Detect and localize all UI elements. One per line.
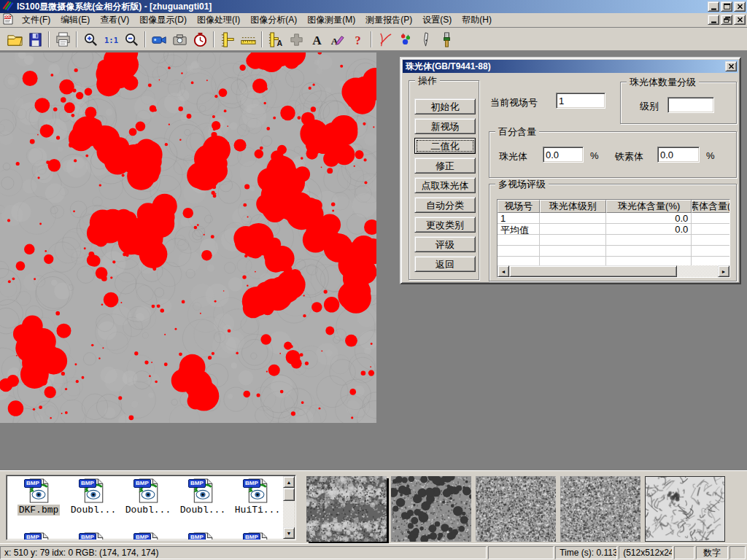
file-name[interactable]: HuiTi... [233,505,282,516]
brush-button[interactable] [437,30,456,49]
bmp-file-icon: BMP [246,532,269,540]
pearlite-percent-input[interactable] [543,147,584,163]
menu-view[interactable]: 查看(V) [95,12,134,28]
correct-button[interactable]: 修正 [414,158,476,174]
mdi-close-button[interactable] [734,15,746,25]
maximize-button[interactable] [721,1,732,12]
thumbnail-4[interactable] [560,476,640,542]
table-row[interactable]: 1 0.0 [498,213,729,224]
bmp-file-icon: BMP [191,532,214,540]
open-folder-button[interactable] [5,30,24,49]
annotate-button[interactable]: A [328,30,347,49]
table-row[interactable]: 平均值 0.0 [498,224,729,235]
menu-report[interactable]: 测量报告(P) [360,12,417,28]
pen-button[interactable] [417,30,436,49]
file-item[interactable]: BMP [12,532,65,540]
zoom-in-button[interactable] [81,30,100,49]
binarize-button[interactable]: 二值化 [414,138,476,154]
ruler-button[interactable] [239,30,258,49]
menubar: DOC 文件(F) 编辑(E) 查看(V) 图像显示(D) 图像处理(I) 图像… [0,13,747,28]
file-item[interactable]: BMP Doubl... [122,478,174,516]
file-list-scrollbar[interactable]: ▲ ▼ [283,476,295,539]
zoom-out-icon [123,31,140,48]
workspace: 珠光体(GB/T9441-88) 操作 初始化 新视场 二值化 修正 点取珠光体… [0,51,747,470]
file-item[interactable]: BMP [122,532,174,540]
file-item[interactable]: BMP [177,532,229,540]
file-item[interactable]: BMP DKF.bmp [12,478,65,516]
merge-button[interactable] [287,30,306,49]
pearlite-dialog: 珠光体(GB/T9441-88) 操作 初始化 新视场 二值化 修正 点取珠光体… [400,57,741,284]
menu-image-analysis[interactable]: 图像分析(A) [245,12,302,28]
change-class-button[interactable]: 更改类别 [414,217,476,233]
menu-image-display[interactable]: 图像显示(D) [134,12,192,28]
bmp-badge: BMP [79,479,96,488]
save-button[interactable] [26,30,44,49]
close-button[interactable] [734,1,746,12]
file-item[interactable]: BMP Doubl... [177,478,229,516]
zoom-out-button[interactable] [122,30,141,49]
color-classify-button[interactable] [396,30,415,49]
minimize-button[interactable] [708,1,719,12]
menu-edit[interactable]: 编辑(E) [55,12,95,28]
text-button[interactable]: A [307,30,326,49]
table-row[interactable] [498,246,729,257]
menu-image-measure[interactable]: 图像测量(M) [302,12,360,28]
menu-help[interactable]: 帮助(H) [457,12,497,28]
mdi-restore-button[interactable] [721,15,732,25]
return-button[interactable]: 返回 [414,256,476,272]
bmp-file-icon: BMP [136,478,160,503]
operate-group-label: 操作 [415,75,440,86]
status-mode: 数字 [696,546,728,559]
file-name[interactable]: Doubl... [179,505,227,516]
new-field-button[interactable]: 新视场 [414,118,476,134]
file-item[interactable]: BMP [67,532,120,540]
color-classify-icon [398,31,414,48]
cell: 1 [498,213,540,224]
thumbnail-2[interactable] [391,476,471,542]
file-item[interactable]: BMP [231,532,284,540]
file-item[interactable]: BMP HuiTi... [231,478,284,516]
thumbnail-1[interactable] [306,476,387,542]
ferrite-percent-input[interactable] [657,147,700,163]
still-camera-button[interactable] [170,30,189,49]
file-name[interactable]: Doubl... [124,505,172,516]
grade-button[interactable]: 评级 [414,236,476,252]
current-field-input[interactable] [556,93,605,109]
dialog-close-button[interactable] [725,61,737,71]
micrograph-image[interactable] [0,52,376,423]
file-name[interactable]: DKF.bmp [18,505,61,516]
cell [498,246,540,257]
mdi-minimize-button[interactable] [708,15,719,25]
pearlite-label: 珠光体 [499,150,527,163]
help-button[interactable]: ? [348,30,367,49]
scroll-right-icon[interactable]: ► [718,265,729,277]
pick-pearlite-button[interactable]: 点取珠光体 [414,177,476,193]
video-camera-button[interactable] [150,30,169,49]
scrollbar-thumb[interactable] [283,488,295,501]
actual-size-button[interactable]: 1:1 [101,30,120,49]
rating-table[interactable]: 视场号 珠光体级别 珠光体含量(%) 铁素体含量(%) 1 0.0 平均值 0.… [497,199,730,278]
file-name[interactable]: Doubl... [69,505,117,516]
file-item[interactable]: BMP Doubl... [67,478,120,516]
thumbnail-3[interactable] [476,476,556,542]
table-horizontal-scrollbar[interactable]: ◄ ► [498,265,729,277]
calibration-curve-button[interactable] [376,30,395,49]
thumbnail-5[interactable] [645,476,725,542]
menu-file[interactable]: 文件(F) [17,12,55,28]
print-button[interactable] [53,30,72,49]
initialize-button[interactable]: 初始化 [414,98,476,114]
grade-input[interactable] [667,97,714,113]
scroll-down-icon[interactable]: ▼ [283,527,295,539]
auto-classify-button[interactable]: 自动分类 [414,197,476,213]
bmp-file-icon: BMP [136,532,160,540]
menu-settings[interactable]: 设置(S) [417,12,457,28]
menu-image-process[interactable]: 图像处理(I) [192,12,245,28]
scroll-left-icon[interactable]: ◄ [498,265,509,277]
table-row[interactable] [498,235,729,246]
timer-button[interactable] [190,30,209,49]
scrollbar-thumb[interactable] [509,265,677,277]
scroll-up-icon[interactable]: ▲ [283,476,295,488]
dialog-title: 珠光体(GB/T9441-88) [406,61,491,73]
caliper-button[interactable] [218,30,237,49]
measure-text-button[interactable]: A [266,30,285,49]
